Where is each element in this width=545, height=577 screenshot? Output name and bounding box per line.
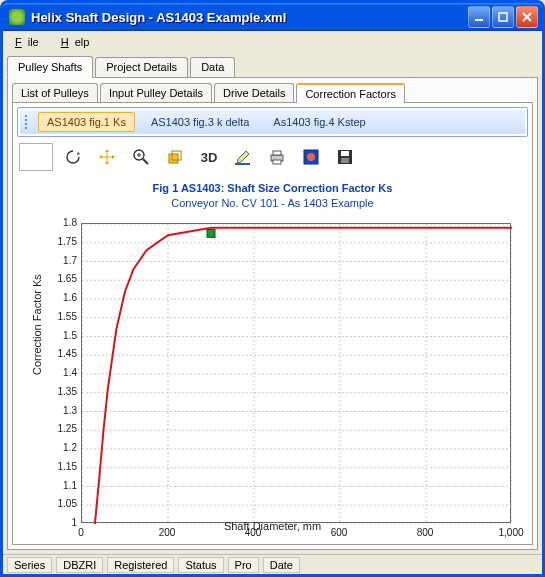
svg-rect-19 bbox=[341, 151, 349, 156]
figure-tab-container: AS1403 fig.1 Ks AS1403 fig.3 k delta As1… bbox=[17, 107, 528, 137]
app-icon bbox=[9, 9, 25, 25]
svg-rect-1 bbox=[499, 13, 507, 21]
svg-rect-12 bbox=[235, 163, 250, 165]
y-tick-label: 1.6 bbox=[37, 292, 77, 303]
chart-title-line2: Conveyor No. CV 101 - As 1403 Example bbox=[171, 197, 373, 209]
move-icon[interactable] bbox=[93, 143, 121, 171]
edit-icon[interactable] bbox=[229, 143, 257, 171]
svg-rect-20 bbox=[341, 158, 349, 163]
y-tick-label: 1.35 bbox=[37, 386, 77, 397]
y-tick-label: 1.5 bbox=[37, 330, 77, 341]
close-button[interactable] bbox=[516, 6, 538, 28]
save-icon[interactable] bbox=[331, 143, 359, 171]
y-tick-label: 1.75 bbox=[37, 236, 77, 247]
sub-tab-panel: AS1403 fig.1 Ks AS1403 fig.3 k delta As1… bbox=[12, 102, 533, 545]
y-tick-label: 1.7 bbox=[37, 255, 77, 266]
status-registered: Registered bbox=[107, 557, 174, 573]
grip-icon bbox=[24, 115, 28, 129]
chart-ylabel: Correction Factor Ks bbox=[31, 274, 43, 375]
zoom-icon[interactable] bbox=[127, 143, 155, 171]
chart-title: Fig 1 AS1403: Shaft Size Correction Fact… bbox=[17, 181, 528, 212]
y-tick-label: 1.45 bbox=[37, 348, 77, 359]
status-series: Series bbox=[7, 557, 52, 573]
y-tick-label: 1.8 bbox=[37, 217, 77, 228]
svg-rect-10 bbox=[169, 154, 178, 163]
main-tab-panel: List of Pulleys Input Pulley Details Dri… bbox=[7, 77, 538, 550]
chart-area: Fig 1 AS1403: Shaft Size Correction Fact… bbox=[17, 175, 528, 540]
svg-rect-14 bbox=[273, 151, 281, 155]
status-status: Status bbox=[178, 557, 223, 573]
y-tick-label: 1.55 bbox=[37, 311, 77, 322]
tab-project-details[interactable]: Project Details bbox=[95, 57, 188, 77]
maximize-button[interactable] bbox=[492, 6, 514, 28]
y-tick-label: 1.25 bbox=[37, 423, 77, 434]
y-tick-label: 1.1 bbox=[37, 480, 77, 491]
y-tick-label: 1.2 bbox=[37, 442, 77, 453]
svg-point-17 bbox=[307, 153, 315, 161]
titlebar: Helix Shaft Design - AS1403 Example.xml bbox=[3, 3, 542, 31]
subtab-input-pulley-details[interactable]: Input Pulley Details bbox=[100, 83, 212, 102]
svg-rect-44 bbox=[207, 229, 215, 237]
statusbar: Series DBZRI Registered Status Pro Date bbox=[3, 554, 542, 574]
tab-data[interactable]: Data bbox=[190, 57, 235, 77]
x-tick-label: 1,000 bbox=[491, 527, 528, 538]
figtab-kdelta[interactable]: AS1403 fig.3 k delta bbox=[143, 113, 257, 131]
x-tick-label: 600 bbox=[319, 527, 359, 538]
chart-toolbar: 3D bbox=[17, 143, 528, 175]
depth-icon[interactable] bbox=[161, 143, 189, 171]
plot-svg bbox=[82, 224, 512, 524]
y-tick-label: 1.4 bbox=[37, 367, 77, 378]
y-tick-label: 1.15 bbox=[37, 461, 77, 472]
x-tick-label: 400 bbox=[233, 527, 273, 538]
svg-line-7 bbox=[143, 159, 148, 164]
x-tick-label: 0 bbox=[61, 527, 101, 538]
window-title: Helix Shaft Design - AS1403 Example.xml bbox=[31, 10, 466, 25]
menu-help[interactable]: Help bbox=[55, 34, 102, 50]
figure-tab-strip: AS1403 fig.1 Ks AS1403 fig.3 k delta As1… bbox=[20, 110, 525, 134]
plot-frame bbox=[81, 223, 511, 523]
tab-pulley-shafts[interactable]: Pulley Shafts bbox=[7, 56, 93, 78]
status-date: Date bbox=[263, 557, 300, 573]
figtab-ks[interactable]: AS1403 fig.1 Ks bbox=[38, 112, 135, 132]
y-tick-label: 1.05 bbox=[37, 498, 77, 509]
minimize-button[interactable] bbox=[468, 6, 490, 28]
svg-rect-0 bbox=[475, 19, 483, 21]
x-tick-label: 200 bbox=[147, 527, 187, 538]
status-dbzri: DBZRI bbox=[56, 557, 103, 573]
subtab-correction-factors[interactable]: Correction Factors bbox=[296, 83, 404, 103]
tool-blank[interactable] bbox=[19, 143, 53, 171]
status-pro: Pro bbox=[228, 557, 259, 573]
svg-rect-15 bbox=[273, 160, 281, 164]
y-tick-label: 1.3 bbox=[37, 405, 77, 416]
menubar: File Help bbox=[3, 31, 542, 53]
menu-file[interactable]: File bbox=[9, 34, 51, 50]
chart-title-line1: Fig 1 AS1403: Shaft Size Correction Fact… bbox=[153, 182, 393, 194]
print-icon[interactable] bbox=[263, 143, 291, 171]
y-tick-label: 1.65 bbox=[37, 273, 77, 284]
x-tick-label: 800 bbox=[405, 527, 445, 538]
subtab-list-of-pulleys[interactable]: List of Pulleys bbox=[12, 83, 98, 102]
figtab-kstep[interactable]: As1403 fig.4 Kstep bbox=[265, 113, 373, 131]
main-tab-strip: Pulley Shafts Project Details Data bbox=[3, 53, 542, 77]
threeD-button[interactable]: 3D bbox=[195, 143, 223, 171]
copy-icon[interactable] bbox=[297, 143, 325, 171]
app-window: Helix Shaft Design - AS1403 Example.xml … bbox=[0, 0, 545, 577]
subtab-drive-details[interactable]: Drive Details bbox=[214, 83, 294, 102]
rotate-icon[interactable] bbox=[59, 143, 87, 171]
sub-tab-strip: List of Pulleys Input Pulley Details Dri… bbox=[12, 82, 533, 102]
